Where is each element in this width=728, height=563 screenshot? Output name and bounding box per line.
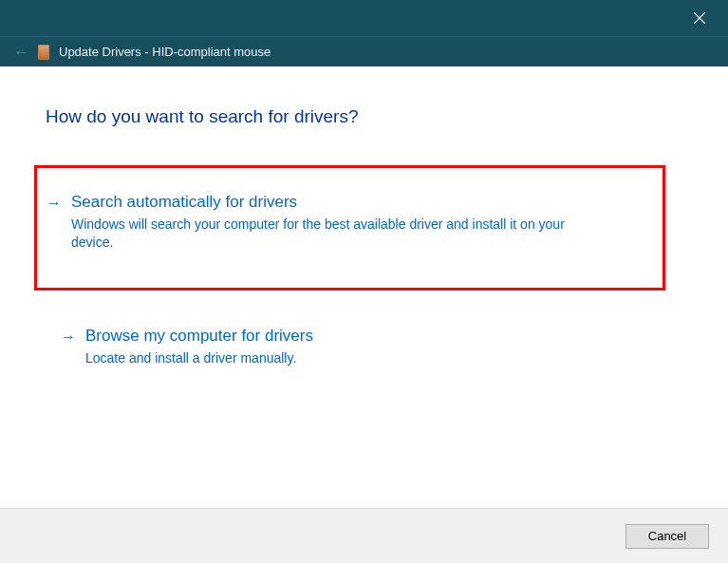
toolbar-title: Update Drivers - HID-compliant mouse — [59, 45, 271, 59]
option-description: Windows will search your computer for th… — [71, 216, 603, 252]
option-description: Locate and install a driver manually. — [85, 349, 617, 367]
titlebar — [0, 0, 728, 36]
option-body: Browse my computer for drivers Locate an… — [85, 327, 677, 367]
device-icon — [38, 45, 49, 60]
arrow-right-icon: → — [61, 328, 76, 346]
back-arrow-icon: ← — [13, 44, 28, 61]
close-button[interactable] — [678, 4, 720, 32]
option-body: Search automatically for drivers Windows… — [71, 193, 657, 252]
content-area: How do you want to search for drivers? →… — [0, 66, 728, 508]
option-search-automatically[interactable]: → Search automatically for drivers Windo… — [34, 165, 665, 291]
page-heading: How do you want to search for drivers? — [46, 106, 682, 127]
footer: Cancel — [0, 508, 728, 563]
option-title: Browse my computer for drivers — [85, 327, 677, 346]
cancel-button[interactable]: Cancel — [625, 524, 709, 549]
arrow-right-icon: → — [47, 195, 62, 212]
option-browse-computer[interactable]: → Browse my computer for drivers Locate … — [46, 319, 682, 381]
toolbar: ← Update Drivers - HID-compliant mouse — [0, 36, 728, 66]
option-title: Search automatically for drivers — [71, 193, 657, 212]
close-icon — [694, 12, 705, 24]
